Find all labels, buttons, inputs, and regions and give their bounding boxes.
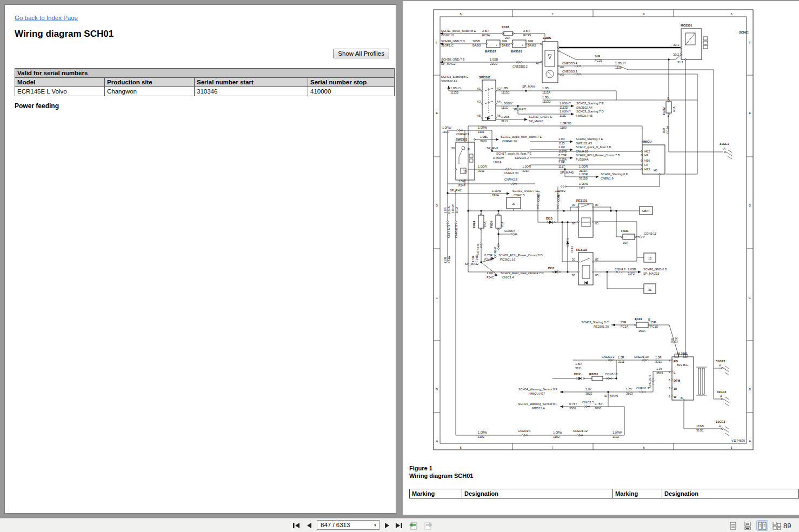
diagram-label: SCH03_Starting:8 C — [581, 321, 609, 324]
diagram-label: FC1A — [621, 325, 629, 328]
last-page-button[interactable] — [394, 520, 404, 531]
diagram-label: 1113C — [501, 91, 510, 94]
diagram-label: H13 — [644, 168, 650, 171]
diagram-label: 1.0RW — [451, 204, 455, 214]
diagram-label: SP_MA21 — [513, 108, 527, 111]
diagram-label: 25R — [621, 321, 626, 324]
diagram-label: 5 — [669, 378, 670, 382]
diagram-label: PC3601:16 — [500, 258, 515, 261]
diagram-label: 1101 — [442, 130, 449, 134]
diagram-label: 1.0GN/Y — [501, 102, 513, 105]
diagram-label: 1.0RW — [579, 182, 589, 185]
diagram-label: 1113D — [542, 100, 551, 103]
show-all-profiles-button[interactable]: Show All Profiles — [333, 49, 389, 58]
col-header-production-site: Production site — [105, 78, 195, 87]
diagram-label: 1.0RW — [553, 431, 563, 434]
diagram-label: AL3201 — [677, 352, 688, 355]
next-view-icon — [423, 521, 433, 530]
next-view-button[interactable] — [423, 520, 434, 531]
diagram-label: CNEDBS:4 — [562, 62, 577, 65]
cell-model: ECR145E L Volvo — [15, 87, 105, 96]
next-page-button[interactable] — [382, 520, 392, 531]
diagram-label: EBDS — [543, 36, 551, 39]
diagram-label: 1.0R — [558, 161, 565, 164]
previous-page-button[interactable] — [304, 520, 315, 531]
single-page-view-button[interactable] — [728, 521, 738, 530]
marking-header-2: Marking — [613, 489, 662, 498]
diagram-label: CON5:1 — [537, 191, 540, 202]
diagram-label: B — [667, 97, 669, 100]
first-page-button[interactable] — [291, 520, 302, 531]
diagram-label: 31 — [648, 288, 651, 291]
resistor-R3201 — [592, 376, 603, 381]
diagram-label: 31F2 — [628, 272, 635, 275]
diagram-label: CNAC:5 — [514, 194, 525, 197]
first-page-icon — [292, 522, 300, 529]
diagram-label: CNEN1:9 — [601, 177, 614, 180]
diagram-label: CON5:11 — [644, 232, 656, 235]
diagram-label: SW3101 — [479, 76, 490, 79]
diagram-label: A — [667, 115, 669, 118]
diagram-label: A5 — [477, 114, 481, 117]
diagram-label: F24C — [487, 276, 494, 279]
diagram-label: SCH02_ECU_Power_Comm:7 B — [576, 154, 620, 157]
diagram-label: 87 — [595, 203, 598, 207]
component-EBDS — [541, 42, 560, 83]
diagram-label: 1.0BL — [501, 87, 509, 90]
diagram-label: CNED1:5 — [648, 375, 651, 388]
diagram-label: SW3102.A2 — [441, 79, 457, 83]
diagram-label: A2 — [536, 62, 540, 65]
diagram-label: 1.0Y — [585, 388, 592, 391]
back-to-index-link[interactable]: Go back to Index Page — [15, 15, 78, 21]
wiring-diagram-svg: 87658765FEDCBAFEDCBASCH01V1174539FC03EBD… — [432, 8, 755, 453]
diagram-label: 15 — [674, 387, 677, 390]
diagram-label: CNRH2:3 — [456, 132, 469, 136]
diodes — [547, 221, 585, 380]
diagram-label: BA3102 — [485, 50, 496, 53]
figure-caption-line1: Figure 1 — [409, 465, 432, 471]
diode-DI11 — [552, 270, 561, 274]
diagram-label: CNEN1:2 — [602, 355, 615, 358]
diagram-label: SP_MAG2 — [441, 62, 455, 65]
diagram-label: SP_MAN — [522, 85, 535, 88]
diagram-label: CNEDBS:2 — [512, 65, 528, 68]
diagram-label: 1 — [669, 395, 670, 398]
diagram-label: CNRH1:16 — [502, 139, 517, 143]
diagram-label: 1115 — [558, 142, 565, 145]
diagram-label: 60A — [673, 107, 676, 112]
diagram-label: SCH30_GND:6 B — [643, 268, 667, 271]
diagram-label: 1.5R — [458, 179, 465, 183]
two-page-continuous-button[interactable] — [771, 521, 782, 530]
diagram-label: E — [749, 111, 751, 115]
diagram-label: SCH10_HVAC:7 D — [512, 189, 538, 192]
diagram-label: H50 — [644, 159, 650, 162]
diagram-label: FC02 — [662, 107, 665, 115]
diagram-label: A — [719, 364, 721, 367]
previous-view-button[interactable] — [408, 520, 419, 531]
diagram-label: 111C — [501, 106, 508, 109]
diagram-label: 31GF1.C — [441, 44, 454, 47]
page-number-combobox[interactable]: 847 / 6313 ▾ — [317, 520, 379, 530]
continuous-view-button[interactable] — [742, 521, 753, 530]
diagram-label: 4 — [669, 359, 670, 362]
diagram-label: 0.75R — [558, 154, 567, 157]
diagram-label: CNEN1:3 — [636, 387, 649, 390]
diagram-label: D — [749, 204, 751, 207]
marking-header-1: Marking — [410, 489, 462, 498]
diagram-label: L — [674, 371, 676, 374]
diagram-label: 1102 — [455, 207, 458, 214]
diagram-label: 1.0OR — [579, 165, 588, 168]
diagram-label: B- — [681, 396, 684, 400]
diagram-label: R3201 — [589, 373, 598, 376]
diagram-label: E — [436, 111, 438, 115]
figure-caption-line2: Wiring diagram SCH01 — [409, 473, 473, 479]
col-header-serial-start: Serial number start — [195, 78, 308, 87]
diagram-label: A4 — [560, 65, 564, 69]
two-page-view-button[interactable] — [757, 521, 768, 530]
diagram-label: SCH11_diesel_heater:8 E — [441, 29, 476, 32]
diagram-label: A1 — [477, 87, 481, 90]
diagram-label: F — [749, 41, 751, 44]
diagram-label: 330A — [492, 194, 499, 197]
diagram-label: 70R — [502, 39, 507, 43]
diagram-label: CON6:9 — [476, 244, 480, 255]
